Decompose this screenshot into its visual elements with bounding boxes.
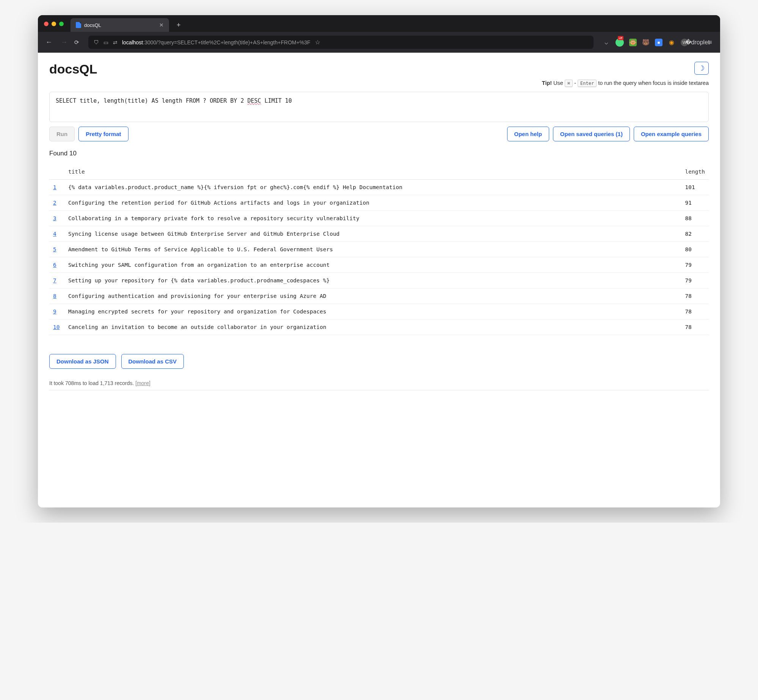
sql-input[interactable]: SELECT title, length(title) AS length FR…: [49, 92, 709, 122]
more-link[interactable]: more: [137, 380, 149, 386]
page-icon: [76, 22, 81, 28]
app-title: docsQL: [49, 62, 97, 77]
table-row: 2Configuring the retention period for Gi…: [49, 195, 709, 211]
row-index-link[interactable]: 7: [53, 277, 56, 283]
download-buttons: Download as JSON Download as CSV: [49, 354, 709, 369]
row-title: Collaborating in a temporary private for…: [64, 211, 678, 226]
row-length: 88: [678, 211, 709, 226]
row-title: Managing encrypted secrets for your repo…: [64, 304, 678, 319]
pretty-format-button[interactable]: Pretty format: [78, 127, 128, 141]
row-length: 82: [678, 226, 709, 242]
row-title: Canceling an invitation to become an out…: [64, 319, 678, 335]
extension-bear-icon[interactable]: 🐻: [642, 39, 650, 46]
row-title: Configuring the retention period for Git…: [64, 195, 678, 211]
tab-bar: docsQL ✕ +: [38, 15, 720, 32]
table-row: 7Setting up your repository for {% data …: [49, 273, 709, 288]
url-path: :3000/?query=SELECT+title%2C+length(titl…: [143, 39, 310, 45]
enter-key: Enter: [578, 80, 597, 87]
extension-video-icon[interactable]: ■: [655, 39, 662, 46]
close-window-button[interactable]: [44, 22, 49, 26]
close-tab-icon[interactable]: ✕: [159, 22, 164, 28]
extension-circle-icon[interactable]: ◉: [668, 39, 675, 46]
address-bar[interactable]: ⛉ ▭ ⇄ localhost:3000/?query=SELECT+title…: [88, 36, 594, 49]
bookmark-star-icon[interactable]: ☆: [315, 39, 320, 46]
row-length: 91: [678, 195, 709, 211]
extension-monkey-icon[interactable]: 🐵: [629, 39, 637, 46]
row-index-link[interactable]: 6: [53, 262, 56, 268]
url-host: localhost: [122, 39, 143, 45]
new-tab-button[interactable]: +: [173, 20, 185, 31]
row-title: Configuring authentication and provision…: [64, 288, 678, 304]
tab-title: docsQL: [84, 22, 101, 28]
table-row: 10Canceling an invitation to become an o…: [49, 319, 709, 335]
row-length: 79: [678, 273, 709, 288]
row-title: Amendment to GitHub Terms of Service App…: [64, 242, 678, 257]
moon-icon: ☽: [698, 64, 705, 72]
col-length[interactable]: length: [678, 164, 709, 180]
settings-toggle-icon[interactable]: ⇄: [113, 39, 117, 45]
row-index-link[interactable]: 3: [53, 215, 56, 221]
download-csv-button[interactable]: Download as CSV: [121, 354, 184, 369]
open-saved-queries-button[interactable]: Open saved queries (1): [553, 127, 630, 141]
open-help-button[interactable]: Open help: [507, 127, 549, 141]
page-info-icon[interactable]: ▭: [103, 39, 108, 45]
extension-icons: ⌵ 🐵 🐻 ■ ◉ W �droplet ≡: [603, 38, 714, 47]
action-buttons: Run Pretty format Open help Open saved q…: [49, 127, 709, 141]
minimize-window-button[interactable]: [52, 22, 56, 26]
tip-text: Tip! Use ⌘ - Enter to run the query when…: [49, 80, 709, 87]
row-index-link[interactable]: 4: [53, 231, 56, 237]
shield-icon[interactable]: ⛉: [94, 39, 99, 45]
theme-toggle-button[interactable]: ☽: [694, 62, 709, 75]
extension-badge-icon[interactable]: [615, 38, 624, 47]
row-index-link[interactable]: 2: [53, 200, 56, 206]
window-controls: [42, 22, 67, 28]
open-example-queries-button[interactable]: Open example queries: [634, 127, 709, 141]
row-length: 80: [678, 242, 709, 257]
page-content: docsQL ☽ Tip! Use ⌘ - Enter to run the q…: [38, 53, 720, 507]
row-index-link[interactable]: 10: [53, 324, 60, 330]
row-title: Switching your SAML configuration from a…: [64, 257, 678, 273]
row-index-link[interactable]: 1: [53, 184, 56, 190]
found-count: Found 10: [49, 150, 709, 157]
row-index-link[interactable]: 9: [53, 309, 56, 315]
table-row: 5Amendment to GitHub Terms of Service Ap…: [49, 242, 709, 257]
row-length: 78: [678, 304, 709, 319]
hamburger-menu-icon[interactable]: ≡: [706, 39, 714, 46]
col-title[interactable]: title: [64, 164, 678, 180]
download-json-button[interactable]: Download as JSON: [49, 354, 116, 369]
table-row: 6Switching your SAML configuration from …: [49, 257, 709, 273]
table-row: 4Syncing license usage between GitHub En…: [49, 226, 709, 242]
row-length: 79: [678, 257, 709, 273]
table-row: 9Managing encrypted secrets for your rep…: [49, 304, 709, 319]
footer-stats: It took 708ms to load 1,713 records. [mo…: [49, 380, 709, 390]
table-row: 1{% data variables.product.product_name …: [49, 180, 709, 195]
table-row: 3Collaborating in a temporary private fo…: [49, 211, 709, 226]
pocket-icon[interactable]: ⌵: [603, 39, 610, 46]
row-index-link[interactable]: 8: [53, 293, 56, 299]
run-button[interactable]: Run: [49, 127, 75, 141]
reload-button[interactable]: ⟳: [74, 39, 79, 46]
row-index-link[interactable]: 5: [53, 246, 56, 252]
extension-drop-icon[interactable]: �droplet: [694, 39, 701, 46]
row-title: Syncing license usage between GitHub Ent…: [64, 226, 678, 242]
table-row: 8Configuring authentication and provisio…: [49, 288, 709, 304]
forward-button[interactable]: →: [59, 38, 69, 47]
browser-tab[interactable]: docsQL ✕: [70, 18, 169, 32]
results-table: title length 1{% data variables.product.…: [49, 164, 709, 335]
row-title: {% data variables.product.product_name %…: [64, 180, 678, 195]
maximize-window-button[interactable]: [59, 22, 64, 26]
browser-toolbar: ← → ⟳ ⛉ ▭ ⇄ localhost:3000/?query=SELECT…: [38, 32, 720, 53]
row-title: Setting up your repository for {% data v…: [64, 273, 678, 288]
row-length: 101: [678, 180, 709, 195]
row-length: 78: [678, 288, 709, 304]
row-length: 78: [678, 319, 709, 335]
browser-chrome: docsQL ✕ + ← → ⟳ ⛉ ▭ ⇄ localhost:3000/?q…: [38, 15, 720, 53]
cmd-key: ⌘: [565, 80, 573, 87]
back-button[interactable]: ←: [44, 38, 54, 47]
